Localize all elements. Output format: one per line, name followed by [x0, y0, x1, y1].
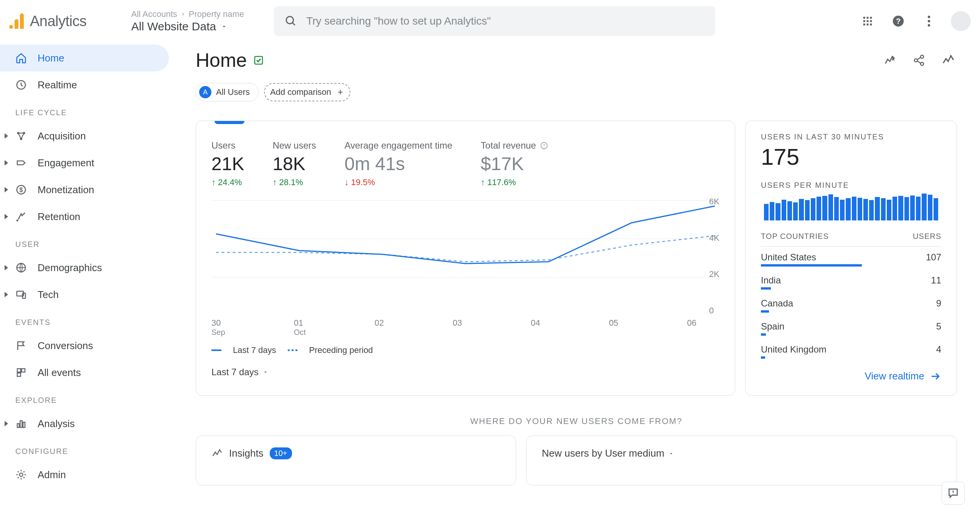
- legend-swatch: [211, 349, 221, 351]
- date-range-selector[interactable]: Last 7 days: [211, 367, 719, 378]
- realtime-per-minute-label: USERS PER MINUTE: [761, 181, 941, 190]
- new-users-dimension-selector[interactable]: New users by User medium: [542, 447, 941, 459]
- breadcrumb-property: Property name: [189, 9, 244, 19]
- spark-bar: [817, 197, 821, 220]
- spark-bar: [828, 194, 833, 220]
- svg-rect-26: [21, 369, 25, 372]
- share-icon[interactable]: [910, 51, 928, 69]
- svg-rect-27: [17, 373, 21, 376]
- nav-label: All events: [38, 367, 81, 379]
- spark-bar: [793, 202, 798, 220]
- engagement-icon: [15, 156, 28, 169]
- metric-tab[interactable]: Total revenue? $17K ↑ 117.6%: [481, 140, 548, 187]
- svg-point-14: [928, 24, 930, 26]
- svg-rect-9: [870, 23, 872, 25]
- nav-demographics[interactable]: Demographics: [0, 254, 173, 281]
- nav-tech[interactable]: Tech: [0, 281, 173, 308]
- view-realtime-link[interactable]: View realtime: [761, 370, 941, 382]
- country-row[interactable]: United States 107: [761, 247, 941, 264]
- sparkle-icon: [211, 448, 223, 459]
- retention-icon: [15, 210, 28, 223]
- svg-rect-3: [870, 17, 872, 19]
- nav-acquisition[interactable]: Acquisition: [0, 123, 173, 149]
- nav-section-configure: CONFIGURE: [0, 437, 173, 461]
- segment-label: All Users: [216, 87, 250, 97]
- spark-bar: [787, 201, 792, 220]
- nav-realtime[interactable]: Realtime: [0, 71, 173, 98]
- chevron-right-icon: [180, 12, 186, 17]
- search-input[interactable]: Try searching "how to set up Analytics": [274, 6, 715, 36]
- insights-icon[interactable]: [939, 51, 957, 69]
- svg-text:?: ?: [543, 143, 545, 148]
- nav-retention[interactable]: Retention: [0, 203, 173, 230]
- country-name: United Kingdom: [761, 344, 827, 355]
- nav-section-user: USER: [0, 230, 173, 254]
- globe-icon: [15, 261, 28, 274]
- search-icon: [285, 15, 297, 27]
- metric-label: Users: [211, 140, 244, 151]
- apps-icon[interactable]: [859, 12, 876, 30]
- metric-tab[interactable]: Users 21K ↑ 24.4%: [211, 140, 244, 187]
- svg-point-21: [16, 220, 18, 222]
- spark-bar: [852, 197, 856, 220]
- metric-tab[interactable]: Average engagement time 0m 41s ↓ 19.5%: [345, 140, 452, 187]
- metric-label: Average engagement time: [345, 140, 452, 151]
- nav-monetization[interactable]: $ Monetization: [0, 176, 173, 203]
- nav-admin[interactable]: Admin: [0, 461, 173, 488]
- realtime-card: USERS IN LAST 30 MINUTES 175 USERS PER M…: [745, 121, 957, 396]
- nav-label: Home: [38, 52, 64, 64]
- add-comparison-button[interactable]: Add comparison: [264, 83, 350, 101]
- country-row[interactable]: United Kingdom 4: [761, 339, 941, 356]
- spark-bar: [881, 198, 886, 220]
- sidebar: Home Realtime LIFE CYCLE Acquisition Eng…: [0, 42, 173, 520]
- nav-engagement[interactable]: Engagement: [0, 149, 173, 176]
- spark-bar: [775, 203, 780, 220]
- y-tick: 4K: [709, 233, 719, 243]
- y-tick: 0: [709, 306, 719, 316]
- nav-section-explore: EXPLORE: [0, 386, 173, 410]
- breadcrumb-accounts: All Accounts: [131, 9, 177, 19]
- product-logo-block[interactable]: Analytics: [9, 13, 124, 30]
- nav-section-events: EVENTS: [0, 308, 173, 332]
- x-tick: 02: [375, 318, 384, 337]
- nav-all-events[interactable]: All events: [0, 359, 173, 386]
- spark-bar: [805, 200, 810, 220]
- add-comparison-label: Add comparison: [270, 87, 331, 97]
- spark-bar: [846, 198, 850, 220]
- legend-label: Preceding period: [309, 345, 373, 355]
- segment-chip-all-users[interactable]: A All Users: [196, 83, 259, 101]
- spark-bar: [922, 194, 926, 220]
- spark-bar: [928, 195, 932, 220]
- nav-home[interactable]: Home: [0, 45, 169, 71]
- x-tick: 05: [609, 318, 618, 337]
- page-title: Home: [196, 49, 247, 71]
- spark-bar: [898, 196, 903, 220]
- help-icon[interactable]: ?: [889, 12, 907, 30]
- country-row[interactable]: India 11: [761, 270, 941, 287]
- nav-label: Conversions: [38, 340, 93, 352]
- avatar[interactable]: [951, 11, 971, 31]
- events-icon: [15, 366, 28, 379]
- help-icon[interactable]: ?: [540, 141, 548, 150]
- new-users-label: New users by User medium: [542, 447, 664, 459]
- nav-conversions[interactable]: Conversions: [0, 332, 173, 359]
- overview-card: Users 21K ↑ 24.4% New users 18K ↑ 28.1% …: [196, 121, 735, 396]
- country-row[interactable]: Canada 9: [761, 293, 941, 310]
- country-row[interactable]: Spain 5: [761, 316, 941, 333]
- insights-card[interactable]: Insights 10+: [196, 436, 516, 485]
- users-trend-chart[interactable]: 6K4K2K0: [211, 197, 719, 316]
- svg-point-37: [952, 58, 954, 60]
- feedback-button[interactable]: [942, 482, 965, 505]
- caret-down-icon: [262, 369, 269, 375]
- home-icon: [15, 51, 28, 65]
- svg-rect-8: [867, 23, 869, 25]
- nav-analysis[interactable]: Analysis: [0, 410, 173, 437]
- metric-tab[interactable]: New users 18K ↑ 28.1%: [272, 140, 316, 187]
- nav-label: Acquisition: [38, 130, 86, 142]
- legend-swatch: [288, 349, 298, 351]
- more-vert-icon[interactable]: [920, 12, 938, 30]
- customize-report-icon[interactable]: [881, 51, 899, 69]
- spark-bar: [893, 197, 897, 220]
- account-selector[interactable]: All Accounts Property name All Website D…: [131, 9, 244, 33]
- svg-rect-7: [863, 23, 865, 25]
